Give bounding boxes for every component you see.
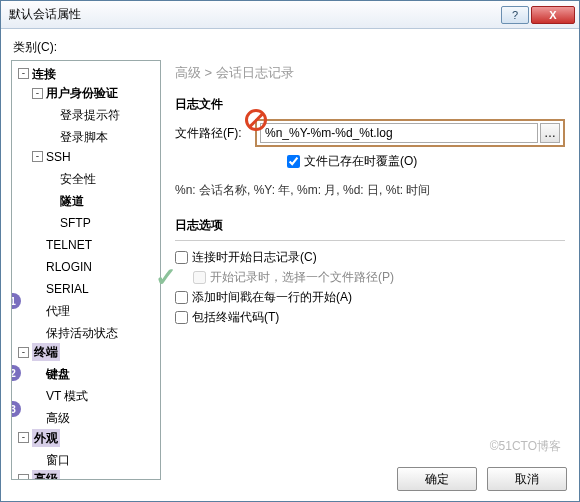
- tree-node-appearance[interactable]: -外观: [16, 429, 62, 447]
- tree-node-keepalive[interactable]: 保持活动状态: [30, 324, 120, 342]
- browse-button[interactable]: …: [540, 123, 560, 143]
- section-options: 日志选项: [175, 217, 565, 234]
- dialog-window: 默认会话属性 ? X 类别(C): 1 2 3 -连接 -用户身份验证 登录提示…: [0, 0, 580, 502]
- dialog-body: 类别(C): 1 2 3 -连接 -用户身份验证 登录提示符 登录脚本: [1, 29, 579, 501]
- breadcrumb: 高级 > 会话日志记录: [175, 64, 565, 82]
- format-legend: %n: 会话名称, %Y: 年, %m: 月, %d: 日, %t: 时间: [175, 182, 565, 199]
- tree-node-security[interactable]: 安全性: [44, 170, 98, 188]
- tree-node-proxy[interactable]: 代理: [30, 302, 72, 320]
- tree-node-auth[interactable]: -用户身份验证: [30, 84, 120, 102]
- category-tree[interactable]: 1 2 3 -连接 -用户身份验证 登录提示符 登录脚本 -SSH: [11, 60, 161, 480]
- path-highlight: …: [255, 119, 565, 147]
- check-icon: ✓: [155, 262, 177, 293]
- section-logfile: 日志文件: [175, 96, 565, 113]
- tree-node-window[interactable]: 窗口: [30, 451, 72, 469]
- tree-node-sftp[interactable]: SFTP: [44, 214, 93, 232]
- opt-term-code[interactable]: [175, 311, 188, 324]
- category-label: 类别(C):: [13, 39, 569, 56]
- prohibit-icon: [245, 109, 267, 131]
- tree-node-telnet[interactable]: TELNET: [30, 236, 94, 254]
- overwrite-label: 文件已存在时覆盖(O): [304, 153, 417, 170]
- ok-button[interactable]: 确定: [397, 467, 477, 491]
- file-path-input[interactable]: [260, 123, 538, 143]
- watermark: ©51CTO博客: [490, 438, 561, 455]
- tree-node-tunnel[interactable]: 隧道: [44, 192, 86, 210]
- tree-node-connection[interactable]: -连接: [16, 65, 58, 83]
- divider: [175, 240, 565, 241]
- tree-node-login-script[interactable]: 登录脚本: [44, 128, 110, 146]
- window-title: 默认会话属性: [9, 6, 499, 23]
- tree-node-serial[interactable]: SERIAL: [30, 280, 91, 298]
- button-row: 确定 取消: [397, 467, 567, 491]
- cancel-button[interactable]: 取消: [487, 467, 567, 491]
- help-button[interactable]: ?: [501, 6, 529, 24]
- overwrite-checkbox[interactable]: [287, 155, 300, 168]
- tree-node-vtmode[interactable]: VT 模式: [30, 387, 90, 405]
- tree-node-ssh[interactable]: -SSH: [30, 148, 73, 166]
- tree-node-keyboard[interactable]: 键盘: [30, 365, 72, 383]
- tree-node-term-adv[interactable]: 高级: [30, 409, 72, 427]
- settings-panel: 高级 > 会话日志记录 日志文件 文件路径(F): … 文件已存在时覆盖(O) …: [161, 60, 569, 480]
- tree-node-login-prompt[interactable]: 登录提示符: [44, 106, 122, 124]
- path-label: 文件路径(F):: [175, 125, 255, 142]
- tree-node-terminal[interactable]: -终端: [16, 343, 62, 361]
- tree-node-rlogin[interactable]: RLOGIN: [30, 258, 94, 276]
- titlebar: 默认会话属性 ? X: [1, 1, 579, 29]
- close-button[interactable]: X: [531, 6, 575, 24]
- opt-ask-path: [193, 271, 206, 284]
- tree-node-advanced[interactable]: -高级: [16, 470, 62, 480]
